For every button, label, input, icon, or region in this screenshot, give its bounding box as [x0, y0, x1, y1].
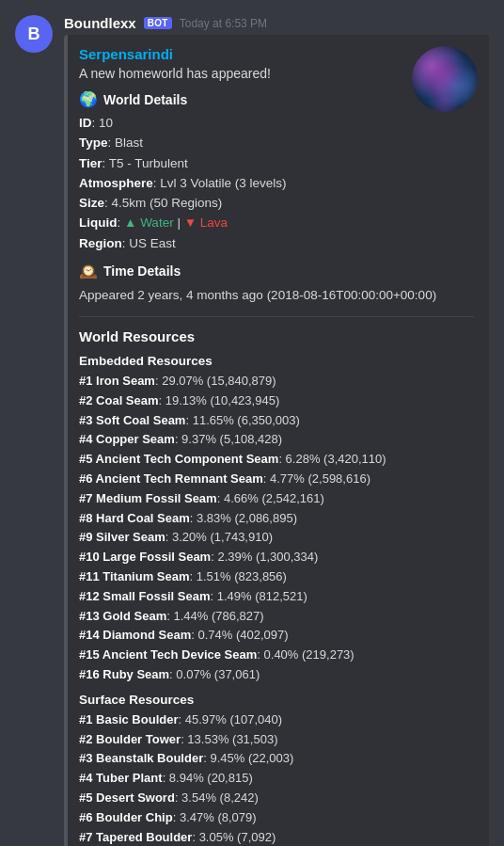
embedded-resource-item: #9 Silver Seam: 3.20% (1,743,910)	[79, 528, 474, 548]
embedded-resource-item: #6 Ancient Tech Remnant Seam: 4.77% (2,5…	[79, 470, 474, 489]
surface-resources-list: #1 Basic Boulder: 45.97% (107,040)#2 Bou…	[79, 710, 474, 846]
embedded-resource-item: #3 Soft Coal Seam: 11.65% (6,350,003)	[79, 411, 474, 431]
surface-resource-item: #3 Beanstalk Boulder: 9.45% (22,003)	[79, 749, 474, 769]
embedded-resource-item: #13 Gold Seam: 1.44% (786,827)	[79, 607, 474, 627]
embedded-resource-item: #1 Iron Seam: 29.07% (15,840,879)	[79, 372, 474, 391]
embedded-resource-item: #5 Ancient Tech Component Seam: 6.28% (3…	[79, 450, 474, 470]
embed-title: Serpensarindi	[79, 46, 474, 62]
surface-resource-item: #6 Boulder Chip: 3.47% (8,079)	[79, 808, 474, 828]
field-liquid-label: Liquid	[79, 215, 118, 230]
field-tier-value: T5 - Turbulent	[109, 156, 188, 170]
embedded-resource-item: #10 Large Fossil Seam: 2.39% (1,300,334)	[79, 548, 474, 567]
world-icon: 🌍	[79, 90, 98, 108]
bot-badge: BOT	[144, 17, 172, 29]
avatar: B	[15, 15, 53, 53]
timestamp: Today at 6:53 PM	[180, 17, 267, 30]
field-region-label: Region	[79, 236, 122, 250]
surface-resource-item: #7 Tapered Boulder: 3.05% (7,092)	[79, 828, 474, 846]
field-size: Size: 4.5km (50 Regions)	[79, 194, 474, 213]
embedded-resource-item: #2 Coal Seam: 19.13% (10,423,945)	[79, 391, 474, 411]
field-type-label: Type	[79, 136, 108, 150]
field-id-label: ID	[79, 116, 92, 130]
embedded-resources-title: Embedded Resources	[79, 354, 474, 368]
embedded-resource-item: #7 Medium Fossil Seam: 4.66% (2,542,161)	[79, 489, 474, 509]
divider	[79, 316, 474, 317]
embed: Serpensarindi A new homeworld has appear…	[64, 35, 489, 846]
embedded-resource-item: #12 Small Fossil Seam: 1.49% (812,521)	[79, 587, 474, 607]
field-liquid: Liquid: ▲ Water | ▼ Lava	[79, 214, 474, 232]
field-type-value: Blast	[115, 136, 143, 150]
embedded-resource-item: #15 Ancient Tech Device Seam: 0.40% (219…	[79, 646, 474, 665]
surface-resource-item: #2 Boulder Tower: 13.53% (31,503)	[79, 730, 474, 750]
message-container: B Boundlexx BOT Today at 6:53 PM Serpens…	[0, 0, 504, 846]
resources-title: World Resources	[79, 328, 474, 344]
field-atmosphere: Atmosphere: Lvl 3 Volatile (3 levels)	[79, 174, 474, 193]
liquid-up-arrow: ▲ Water	[124, 215, 174, 230]
field-id: ID: 10	[79, 114, 474, 133]
liquid-down-arrow: ▼ Lava	[184, 215, 228, 230]
message-content: Boundlexx BOT Today at 6:53 PM Serpensar…	[64, 15, 489, 846]
field-tier-label: Tier	[79, 156, 102, 170]
embedded-resource-item: #14 Diamond Seam: 0.74% (402,097)	[79, 626, 474, 646]
message-header: Boundlexx BOT Today at 6:53 PM	[64, 15, 489, 31]
field-id-value: 10	[99, 116, 113, 130]
embedded-resource-item: #4 Copper Seam: 9.37% (5,108,428)	[79, 430, 474, 450]
surface-resources-title: Surface Resources	[79, 693, 474, 707]
embedded-resource-item: #11 Titanium Seam: 1.51% (823,856)	[79, 567, 474, 587]
time-value: Appeared 2 years, 4 months ago (2018-08-…	[79, 286, 474, 305]
field-size-label: Size	[79, 196, 104, 210]
field-atmosphere-label: Atmosphere	[79, 176, 153, 190]
clock-icon: 🕰️	[79, 263, 98, 280]
avatar-letter: B	[28, 24, 40, 44]
surface-resource-item: #1 Basic Boulder: 45.97% (107,040)	[79, 710, 474, 730]
field-atmosphere-value: Lvl 3 Volatile (3 levels)	[160, 176, 286, 190]
username: Boundlexx	[64, 15, 136, 31]
field-region: Region: US East	[79, 234, 474, 253]
field-size-value: 4.5km (50 Regions)	[112, 196, 223, 210]
world-details-label: World Details	[103, 92, 187, 107]
embedded-resource-item: #16 Ruby Seam: 0.07% (37,061)	[79, 665, 474, 685]
time-details-header: 🕰️ Time Details	[79, 263, 474, 280]
field-type: Type: Blast	[79, 134, 474, 152]
liquid-separator: |	[177, 215, 183, 230]
field-tier: Tier: T5 - Turbulent	[79, 154, 474, 173]
planet-surface	[412, 46, 478, 112]
embedded-resource-item: #8 Hard Coal Seam: 3.83% (2,086,895)	[79, 509, 474, 529]
planet-thumbnail	[412, 46, 478, 112]
surface-resource-item: #5 Desert Sword: 3.54% (8,242)	[79, 789, 474, 808]
field-region-value: US East	[129, 236, 176, 250]
surface-resource-item: #4 Tuber Plant: 8.94% (20,815)	[79, 769, 474, 789]
embedded-resources-list: #1 Iron Seam: 29.07% (15,840,879)#2 Coal…	[79, 372, 474, 685]
time-details-label: Time Details	[103, 263, 181, 279]
